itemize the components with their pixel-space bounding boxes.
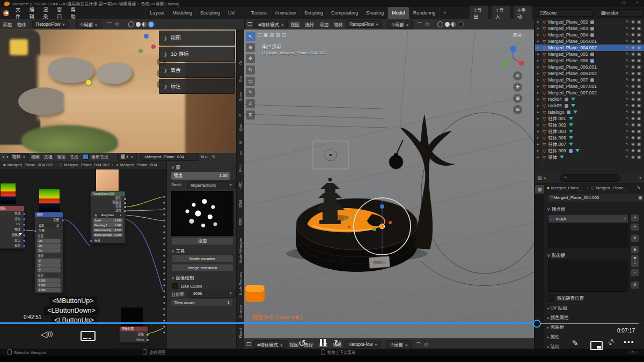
socket-icon[interactable] — [23, 245, 26, 248]
sidebar-tab[interactable]: Sho — [237, 76, 244, 82]
rendered-shading-icon[interactable] — [149, 22, 153, 27]
collapse-icon[interactable]: ↘↖ — [608, 338, 617, 346]
socket-icon[interactable] — [61, 219, 64, 222]
outliner-row[interactable]: ▸ ▽Merged_Plane_005 ↖◉▣ — [535, 51, 644, 57]
overlay-menu-item[interactable]: ❯视图 — [159, 31, 235, 46]
node-output-row[interactable]: 反射 — [0, 243, 24, 248]
outliner-row[interactable]: ▸ ▽Merged_Plane_004 ↖◉▣ — [535, 32, 644, 38]
light-object-dot[interactable] — [85, 79, 92, 86]
row-restriction-icons[interactable]: ↖◉▣ — [626, 90, 643, 96]
row-restriction-icons[interactable]: ↖◉▣ — [626, 154, 643, 160]
sidebar-tab[interactable]: Node Wrangler — [237, 238, 244, 263]
node-output-row[interactable]: UV — [0, 221, 24, 227]
outliner-row[interactable]: ▸ ▽Merged_Plane_007.002 ↖◉▣ — [535, 90, 644, 96]
remove-vertex-group-button[interactable]: − — [631, 223, 639, 231]
row-restriction-icons[interactable]: ↖◉▣ — [626, 96, 643, 102]
node-header[interactable]: RoughSand 006 — [91, 191, 125, 196]
properties-tab-icon[interactable]: ▦ — [535, 185, 544, 194]
blender-logo-icon[interactable] — [3, 10, 9, 16]
row-restriction-icons[interactable]: ↖◉▣ — [626, 128, 643, 135]
outliner[interactable]: ▸ ▽Merged_Plane_002 ↖◉▣ ▸ ▽Merged_Plane_… — [534, 19, 644, 173]
vertex-group-row[interactable]: ∷ mask ≡ — [548, 215, 628, 223]
object-name[interactable]: Merged_Plane_003 — [548, 26, 588, 31]
menu-item[interactable]: 选择 — [42, 154, 55, 160]
maximize-button[interactable]: □ — [623, 0, 625, 5]
strength-slider[interactable]: 强度1.00 — [171, 172, 230, 180]
socket-icon[interactable] — [146, 338, 149, 342]
snap-magnet-icon[interactable]: ⌒ — [107, 21, 112, 28]
mode-dropdown[interactable]: ■ 物体模式▼ — [253, 340, 287, 349]
object-name[interactable]: rock05 — [548, 103, 562, 108]
outliner-row[interactable]: ▸ ▽Merged_Plane_007.001 ↖◉▣ — [535, 83, 644, 90]
value-field[interactable]: 0m — [37, 239, 61, 243]
disclosure-triangle-icon[interactable]: ▸ — [537, 96, 539, 102]
sidebar-tab[interactable]: Scree — [237, 92, 244, 101]
scene-selector[interactable]: ◳ Scene — [536, 9, 594, 17]
menu-item[interactable]: 帮助 — [68, 6, 82, 20]
volume-icon[interactable]: ◁))) — [41, 329, 53, 339]
outliner-row[interactable]: ▸ ▽柱体.007 ↖◉▣ — [535, 141, 644, 147]
value-field[interactable]: 0° — [37, 258, 61, 263]
menu-item[interactable]: 添加 — [316, 341, 330, 348]
node-output-row[interactable]: 法向 — [0, 216, 24, 221]
add-workspace-button[interactable]: + — [439, 7, 450, 19]
menu-item[interactable]: 编辑 — [26, 6, 40, 20]
row-restriction-icons[interactable]: ↖◉▣ — [626, 64, 643, 70]
menu-item[interactable]: 添加 — [0, 21, 14, 27]
tools-panel-header[interactable]: ∨ 工具 — [171, 247, 185, 254]
node-header[interactable]: 纹理坐标 — [0, 206, 24, 211]
value-slider[interactable]: Scale0.546 — [93, 218, 123, 223]
transform-orientation-dropdown[interactable]: ⟐ 局部▼ — [76, 20, 101, 29]
add-button[interactable]: 添加 — [171, 237, 233, 245]
node-output-row[interactable]: Alpha — [120, 337, 148, 342]
row-restriction-icons[interactable]: ↖◉▣ — [626, 32, 643, 38]
sidebar-tab[interactable]: Node Preview — [237, 272, 244, 295]
disclosure-triangle-icon[interactable]: ▸ — [537, 90, 539, 96]
menu-item[interactable]: 视图 — [29, 154, 42, 160]
menu-item[interactable]: 窗口 — [54, 6, 68, 20]
disclosure-triangle-icon[interactable]: ▸ — [537, 64, 539, 70]
sidebar-tab[interactable]: po — [237, 151, 244, 155]
rewind-button[interactable]: ↺10 — [298, 338, 306, 349]
outliner-row[interactable]: ▸ ▽Merged_Plane_006 ↖◉▣ — [535, 57, 644, 64]
object-name[interactable]: 柱体.003 — [548, 129, 566, 134]
workspace-tab[interactable]: Model — [387, 7, 409, 19]
object-name[interactable]: 柱体.006 — [548, 135, 566, 141]
editor-type-icon[interactable]: 🗖 — [247, 21, 252, 27]
add-shape-key-button[interactable]: + — [631, 260, 639, 268]
workspace-tab[interactable]: Scripting — [300, 7, 327, 19]
disclosure-triangle-icon[interactable]: ▸ — [537, 45, 539, 51]
row-restriction-icons[interactable]: ↖◉▣ — [626, 57, 643, 64]
object-name[interactable]: 锥体 — [548, 154, 557, 160]
navigation-gizmo[interactable] — [500, 45, 524, 69]
socket-icon[interactable] — [23, 223, 26, 226]
outliner-row[interactable]: ▸ ▽Merged_Plane_006.001 ↖◉▣ — [535, 64, 644, 70]
row-restriction-icons[interactable]: ↖◉▣ — [626, 115, 643, 122]
outliner-row[interactable]: ▸ ▽Merged_Plane_004.001 ↖◉▣ — [535, 38, 644, 45]
proportional-edit-icon[interactable]: ◎ — [424, 342, 428, 347]
overlay-menu-item[interactable]: ❯集合 — [159, 63, 235, 78]
sidebar-tab[interactable]: Arrange — [237, 305, 244, 318]
menu-item[interactable]: 视图 — [288, 21, 302, 27]
retopoflow-dropdown[interactable]: RetopoFlow▼ — [346, 20, 382, 28]
socket-icon[interactable] — [23, 239, 26, 242]
vertex-groups-panel-header[interactable]: ∨ 顶点组 — [547, 205, 565, 212]
disclosure-triangle-icon[interactable]: ▸ — [537, 25, 539, 32]
menu-item[interactable]: 物体 — [14, 21, 29, 27]
options-dropdown[interactable]: 选项▼ — [513, 31, 526, 38]
use-nodes-checkbox[interactable]: 使用节点 — [83, 154, 108, 160]
manual-button[interactable]: ✛ 手动 — [513, 5, 533, 20]
outliner-row[interactable]: ▸ ▽柱体.002 ↖◉▣ — [535, 122, 644, 128]
proportional-edit-icon[interactable]: ◎ — [115, 21, 119, 27]
object-name[interactable]: Merged_Plane_002 — [548, 19, 588, 25]
disclosure-triangle-icon[interactable]: ▸ — [537, 109, 539, 115]
select-tool-button[interactable]: ↖ — [246, 32, 255, 41]
vertex-group-specials-button[interactable]: ∨ — [631, 234, 639, 242]
row-restriction-icons[interactable]: ↖◉▣ — [626, 122, 643, 128]
object-name[interactable]: Merged_Plane_004 — [548, 32, 588, 38]
add-vertex-group-button[interactable]: + — [631, 214, 639, 222]
shape-keys-list[interactable] — [548, 260, 628, 292]
disclosure-triangle-icon[interactable]: ▸ — [537, 19, 539, 25]
sidebar-tab[interactable]: Gr — [237, 61, 244, 65]
node-output-row[interactable]: 颜色 — [91, 196, 125, 201]
